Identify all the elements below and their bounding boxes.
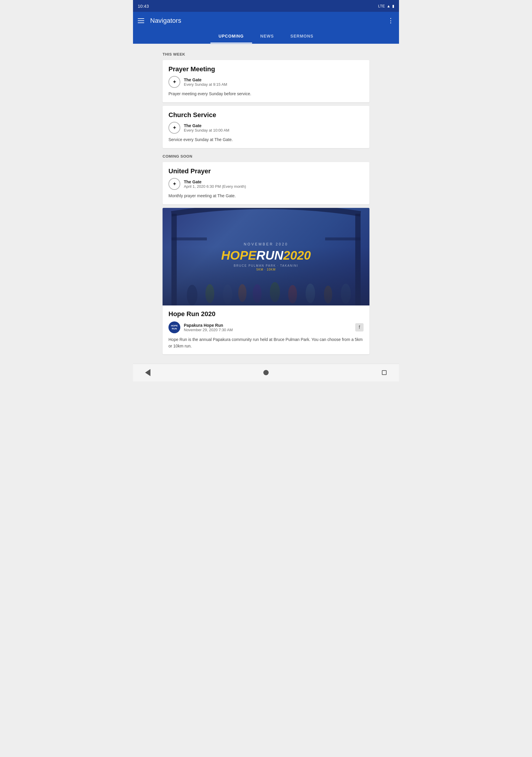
recent-icon — [382, 370, 387, 375]
svg-rect-3 — [325, 237, 361, 240]
coming-soon-label: COMING SOON — [163, 154, 369, 159]
prayer-meeting-org: The Gate Every Sunday at 9:15 AM — [184, 77, 227, 87]
church-service-card[interactable]: Church Service ✦ The Gate Every Sunday a… — [163, 106, 369, 148]
united-prayer-org: The Gate April 1, 2020 6:30 PM (Every mo… — [184, 179, 246, 189]
hope-run-text-overlay: NOVEMBER 2020 HOPERUN2020 BRUCE PULMAN P… — [221, 242, 310, 271]
united-prayer-org-icon: ✦ — [168, 178, 180, 190]
year-text: 2020 — [283, 248, 310, 262]
united-prayer-meta: ✦ The Gate April 1, 2020 6:30 PM (Every … — [168, 178, 364, 190]
church-service-meta: ✦ The Gate Every Sunday at 10:00 AM — [168, 122, 364, 134]
hope-run-org-info: Papakura Hope Run November 29, 2020 7:30… — [184, 323, 233, 332]
prayer-meeting-title: Prayer Meeting — [168, 65, 364, 73]
prayer-meeting-org-icon: ✦ — [168, 76, 180, 88]
home-button[interactable] — [260, 367, 272, 378]
hope-run-card[interactable]: NOVEMBER 2020 HOPERUN2020 BRUCE PULMAN P… — [163, 208, 369, 354]
tab-upcoming[interactable]: UPCOMING — [210, 30, 252, 44]
hope-run-location-label: BRUCE PULMAN PARK · TAKANINI — [221, 264, 310, 267]
hope-text: HOPE — [221, 248, 256, 262]
app-title: Navigators — [150, 17, 181, 24]
prayer-meeting-description: Prayer meeting every Sunday before servi… — [168, 91, 364, 97]
status-icons: LTE ▲ ▮ — [378, 4, 394, 8]
church-service-org-time: Every Sunday at 10:00 AM — [184, 128, 229, 133]
hope-run-logo: HOPERUN2020 — [221, 249, 310, 262]
back-button[interactable] — [142, 367, 154, 378]
signal-icon: ▲ — [387, 4, 390, 8]
recent-button[interactable] — [378, 367, 390, 378]
hope-run-meta: HOPERUN Papakura Hope Run November 29, 2… — [168, 321, 364, 333]
hope-run-avatar-text: HOPERUN — [171, 324, 178, 330]
lte-label: LTE — [378, 4, 385, 8]
church-service-org-icon: ✦ — [168, 122, 180, 134]
hope-run-description: Hope Run is the annual Papakura communit… — [168, 336, 364, 349]
status-bar: 10:43 LTE ▲ ▮ — [133, 0, 399, 12]
app-bar-left: Navigators — [138, 17, 181, 24]
tab-sermons[interactable]: SERMONS — [282, 30, 322, 44]
main-content: THIS WEEK Prayer Meeting ✦ The Gate Ever… — [133, 44, 399, 364]
tab-bar: UPCOMING NEWS SERMONS — [133, 30, 399, 44]
church-service-org-name: The Gate — [184, 123, 229, 128]
united-prayer-card[interactable]: United Prayer ✦ The Gate April 1, 2020 6… — [163, 162, 369, 204]
compass-icon-glyph-2: ✦ — [172, 125, 177, 131]
hope-run-title: Hope Run 2020 — [168, 310, 364, 318]
hope-run-org: HOPERUN Papakura Hope Run November 29, 2… — [168, 321, 233, 333]
hope-run-month-label: NOVEMBER 2020 — [221, 242, 310, 246]
compass-icon-glyph-3: ✦ — [172, 181, 177, 187]
prayer-meeting-org-time: Every Sunday at 9:15 AM — [184, 82, 227, 87]
hope-run-org-name: Papakura Hope Run — [184, 323, 233, 328]
facebook-icon[interactable]: f — [355, 323, 364, 331]
prayer-meeting-org-name: The Gate — [184, 77, 227, 82]
hope-run-avatar: HOPERUN — [168, 321, 180, 333]
united-prayer-description: Monthly prayer meeting at The Gate. — [168, 193, 364, 199]
home-icon — [263, 370, 269, 375]
church-service-description: Service every Sunday at The Gate. — [168, 136, 364, 143]
compass-icon-glyph: ✦ — [172, 79, 177, 85]
united-prayer-org-time: April 1, 2020 6:30 PM (Every month) — [184, 184, 246, 189]
svg-rect-2 — [171, 237, 207, 240]
hope-run-image: NOVEMBER 2020 HOPERUN2020 BRUCE PULMAN P… — [163, 208, 369, 305]
status-time: 10:43 — [138, 4, 149, 9]
church-service-title: Church Service — [168, 111, 364, 119]
united-prayer-org-name: The Gate — [184, 179, 246, 184]
hope-run-org-date: November 29, 2020 7:30 AM — [184, 328, 233, 332]
this-week-label: THIS WEEK — [163, 52, 369, 56]
bottom-nav — [133, 364, 399, 381]
church-service-org: The Gate Every Sunday at 10:00 AM — [184, 123, 229, 133]
prayer-meeting-meta: ✦ The Gate Every Sunday at 9:15 AM — [168, 76, 364, 88]
prayer-meeting-card[interactable]: Prayer Meeting ✦ The Gate Every Sunday a… — [163, 60, 369, 102]
more-icon[interactable]: ⋮ — [388, 17, 394, 24]
run-text: RUN — [256, 248, 283, 262]
app-bar: Navigators ⋮ — [133, 12, 399, 30]
hamburger-icon[interactable] — [138, 18, 144, 23]
battery-icon: ▮ — [392, 4, 394, 8]
united-prayer-title: United Prayer — [168, 167, 364, 175]
hope-run-distance-label: 5KM · 10KM — [221, 268, 310, 271]
tab-news[interactable]: NEWS — [252, 30, 282, 44]
back-icon — [145, 369, 150, 376]
hope-run-details: Hope Run 2020 HOPERUN Papakura Hope Run … — [163, 305, 369, 354]
